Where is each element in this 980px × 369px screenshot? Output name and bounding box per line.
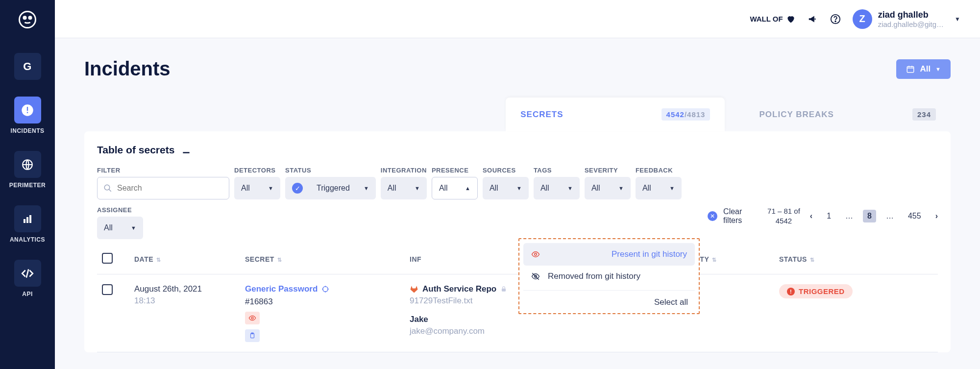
- svg-point-2: [29, 17, 31, 19]
- clear-filters-label: Clear filters: [723, 207, 748, 225]
- assignee-select[interactable]: All▼: [97, 217, 143, 239]
- sidebar-item-api[interactable]: API: [0, 260, 55, 297]
- filter-heading: FILTER: [97, 167, 229, 174]
- svg-rect-12: [907, 66, 914, 72]
- col-date[interactable]: DATE: [134, 255, 153, 263]
- tab-count: 4542/4813: [662, 108, 710, 121]
- check-circle-icon: ✓: [292, 183, 303, 194]
- option-label: Removed from git history: [548, 271, 640, 281]
- megaphone-icon[interactable]: [808, 14, 818, 25]
- date-range-button[interactable]: All ▼: [896, 59, 951, 79]
- tags-select[interactable]: All▼: [534, 177, 580, 199]
- sort-icon: ⇅: [712, 257, 717, 263]
- svg-rect-5: [27, 112, 28, 113]
- status-badge: ! TRIGGERED: [779, 284, 853, 298]
- alert-circle-icon: [14, 97, 41, 123]
- sidebar: G INCIDENTS PERIMETER ANALYTICS API: [0, 0, 55, 369]
- bar-chart-icon: [14, 205, 41, 232]
- wall-of-link[interactable]: WALL OF: [750, 14, 795, 24]
- search-field[interactable]: [117, 184, 223, 193]
- app-logo-icon: [17, 9, 38, 30]
- download-icon[interactable]: [181, 145, 191, 155]
- page-last[interactable]: 455: [904, 210, 926, 222]
- svg-point-19: [535, 253, 537, 256]
- filter-label: SOURCES: [483, 167, 529, 174]
- chevron-left-icon[interactable]: ‹: [810, 212, 812, 221]
- author-name: Jake: [410, 315, 574, 324]
- sidebar-item-incidents[interactable]: INCIDENTS: [0, 97, 55, 134]
- svg-rect-8: [26, 217, 28, 223]
- detectors-select[interactable]: All▼: [234, 177, 280, 199]
- chevron-down-icon: ▼: [516, 185, 522, 191]
- chevron-down-icon: ▼: [669, 185, 675, 191]
- col-status[interactable]: STATUS: [779, 255, 807, 263]
- status-text: TRIGGERED: [799, 287, 845, 295]
- page-1[interactable]: 1: [822, 210, 835, 222]
- tab-secrets[interactable]: SECRETS 4542/4813: [506, 98, 725, 131]
- filter-label: STATUS: [285, 167, 376, 174]
- svg-point-0: [20, 12, 36, 28]
- chevron-right-icon[interactable]: ›: [935, 212, 938, 221]
- sidebar-item-perimeter[interactable]: PERIMETER: [0, 151, 55, 189]
- pagination-range: 71 – 81 of: [767, 206, 800, 216]
- svg-point-13: [104, 185, 110, 190]
- card-title: Table of secrets: [97, 144, 174, 156]
- page-current[interactable]: 8: [863, 210, 876, 222]
- code-icon: [14, 260, 41, 287]
- sources-select[interactable]: All▼: [483, 177, 529, 199]
- page-title: Incidents: [84, 58, 171, 80]
- search-input[interactable]: [97, 177, 229, 199]
- svg-rect-9: [29, 215, 31, 223]
- gitlab-icon: [410, 285, 418, 294]
- svg-point-15: [251, 317, 253, 319]
- filter-label: ASSIGNEE: [97, 206, 143, 214]
- tab-policy-breaks[interactable]: POLICY BREAKS 234: [744, 98, 951, 131]
- row-date: August 26th, 2021: [134, 284, 245, 294]
- secret-id: #16863: [245, 297, 410, 307]
- presence-option-removed[interactable]: Removed from git history: [523, 266, 695, 287]
- sidebar-label: API: [22, 291, 33, 297]
- repo-name: Auth Service Repo: [422, 284, 496, 294]
- date-range-label: All: [920, 64, 931, 74]
- presence-option-present[interactable]: Present in git history: [523, 243, 695, 266]
- sidebar-label: PERIMETER: [9, 182, 46, 189]
- select-all-link[interactable]: Select all: [523, 290, 695, 307]
- col-secret[interactable]: SECRET: [245, 255, 274, 263]
- clear-filters-button[interactable]: ✕ Clear filters: [708, 207, 748, 225]
- chevron-up-icon: ▲: [465, 185, 470, 191]
- option-label: Present in git history: [612, 249, 687, 259]
- svg-rect-17: [502, 289, 506, 292]
- heart-icon: [786, 14, 796, 24]
- sidebar-item-analytics[interactable]: ANALYTICS: [0, 205, 55, 243]
- severity-select[interactable]: All▼: [585, 177, 631, 199]
- svg-rect-4: [27, 107, 28, 111]
- ellipsis: …: [845, 212, 853, 221]
- filter-label: PRESENCE: [432, 167, 478, 174]
- status-select[interactable]: ✓ Triggered▼: [285, 177, 376, 199]
- avatar: Z: [853, 9, 872, 29]
- help-icon[interactable]: [830, 14, 841, 25]
- calendar-icon: [906, 65, 915, 74]
- feedback-select[interactable]: All▼: [636, 177, 682, 199]
- filter-label: TAGS: [534, 167, 580, 174]
- sort-icon: ⇅: [277, 257, 282, 263]
- clipboard-icon: [245, 329, 260, 342]
- table-row[interactable]: August 26th, 2021 18:13 Generic Password…: [97, 274, 938, 352]
- sidebar-item-org[interactable]: G: [0, 53, 55, 80]
- select-all-checkbox[interactable]: [102, 253, 113, 264]
- secrets-card: Table of secrets FILTER: [84, 131, 951, 352]
- crosshair-icon[interactable]: [321, 285, 329, 293]
- row-checkbox[interactable]: [102, 284, 113, 295]
- eye-icon: [531, 250, 540, 259]
- integration-select[interactable]: All▼: [381, 177, 427, 199]
- sidebar-label: ANALYTICS: [10, 236, 45, 243]
- row-time: 18:13: [134, 296, 245, 306]
- secret-link[interactable]: Generic Password: [245, 284, 318, 294]
- svg-point-14: [323, 287, 328, 292]
- chevron-down-icon: ▼: [364, 185, 369, 191]
- presence-select[interactable]: All▲: [432, 177, 478, 199]
- user-menu[interactable]: Z ziad ghalleb ziad.ghalleb@gitg… ▼: [853, 9, 960, 29]
- chevron-down-icon: ▼: [618, 185, 624, 191]
- svg-point-1: [24, 17, 26, 19]
- chevron-down-icon: ▼: [935, 66, 941, 72]
